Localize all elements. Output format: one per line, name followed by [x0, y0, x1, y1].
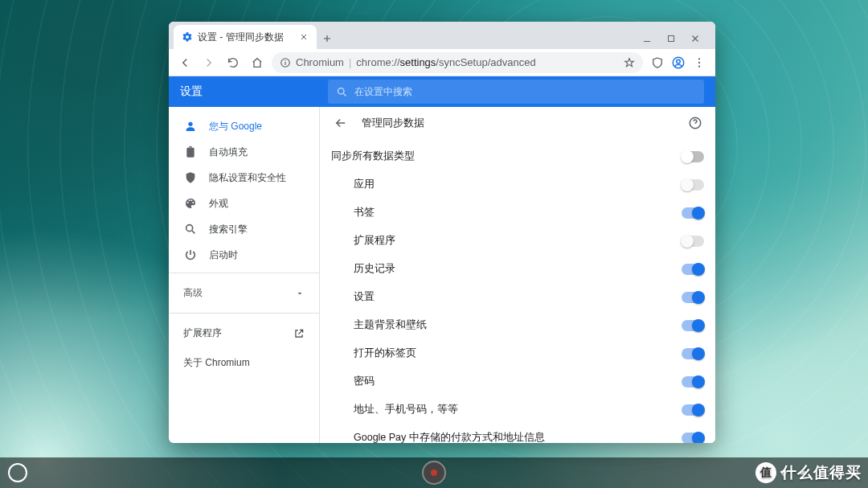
address-bar[interactable]: Chromium | chrome://settings/syncSetup/a…	[272, 52, 643, 73]
row-extensions: 扩展程序	[331, 227, 704, 255]
svg-point-10	[188, 122, 192, 126]
shelf-app-recorder[interactable]	[422, 461, 446, 485]
settings-title: 设置	[180, 84, 203, 99]
sidebar-about[interactable]: 关于 Chromium	[169, 348, 319, 378]
settings-app: 设置 您与 Google 自动填充 隐私设置和安全性	[169, 76, 715, 443]
clipboard-icon	[183, 145, 198, 159]
minimize-button[interactable]	[640, 31, 654, 46]
toggle-history[interactable]	[682, 264, 704, 275]
site-info-icon[interactable]	[280, 57, 291, 68]
row-open-tabs: 打开的标签页	[331, 339, 704, 367]
toggle-open-tabs[interactable]	[682, 348, 704, 359]
svg-point-8	[698, 65, 700, 67]
toggle-bookmarks[interactable]	[682, 207, 704, 219]
sync-rows: 同步所有数据类型 应用 书签 扩展程序	[320, 139, 715, 443]
shield-extension-icon[interactable]	[648, 53, 667, 72]
row-sync-all: 同步所有数据类型	[331, 142, 704, 170]
palette-icon	[183, 196, 198, 211]
toggle-settings[interactable]	[682, 292, 704, 303]
watermark-badge: 值	[755, 462, 776, 483]
home-button[interactable]	[248, 53, 267, 72]
toggle-extensions[interactable]	[682, 236, 704, 247]
close-icon[interactable]	[299, 32, 309, 42]
watermark: 值 什么值得买	[755, 462, 862, 483]
settings-sidebar: 您与 Google 自动填充 隐私设置和安全性 外观 搜索引擎	[169, 107, 320, 443]
watermark-text: 什么值得买	[781, 462, 862, 483]
toggle-apps[interactable]	[682, 179, 704, 191]
sidebar-item-label: 搜索引擎	[209, 223, 248, 236]
menu-button[interactable]	[690, 53, 709, 72]
search-icon	[183, 222, 198, 236]
maximize-button[interactable]	[664, 31, 678, 46]
power-icon	[183, 248, 198, 262]
row-bookmarks: 书签	[331, 199, 704, 227]
sidebar-item-label: 外观	[209, 197, 228, 211]
toggle-addresses[interactable]	[682, 404, 704, 416]
account-icon[interactable]	[669, 53, 688, 72]
row-settings: 设置	[331, 283, 704, 311]
sidebar-item-privacy[interactable]: 隐私设置和安全性	[169, 165, 319, 191]
toggle-google-pay[interactable]	[682, 433, 704, 444]
settings-main: 管理同步数据 同步所有数据类型 应用 书签	[320, 107, 715, 443]
url-path: chrome://settings/syncSetup/advanced	[356, 56, 535, 68]
sidebar-item-label: 隐私设置和安全性	[209, 171, 286, 185]
close-window-button[interactable]	[688, 31, 702, 46]
browser-window: 设置 - 管理同步数据 Chromium | chrome://settings…	[169, 22, 715, 443]
svg-point-9	[338, 88, 345, 94]
open-in-new-icon	[293, 328, 305, 339]
new-tab-button[interactable]	[317, 28, 338, 49]
chevron-down-icon	[295, 289, 305, 298]
svg-point-11	[186, 225, 193, 232]
sidebar-item-label: 自动填充	[209, 146, 248, 159]
window-controls	[640, 31, 710, 49]
svg-rect-3	[285, 59, 285, 60]
row-addresses: 地址、手机号码，等等	[331, 396, 704, 424]
row-history: 历史记录	[331, 255, 704, 283]
row-passwords: 密码	[331, 367, 704, 396]
system-shelf: 拼 11:45	[0, 457, 868, 488]
shield-icon	[183, 170, 198, 185]
sidebar-item-label: 您与 Google	[209, 120, 262, 133]
tab-strip: 设置 - 管理同步数据	[169, 22, 715, 49]
svg-point-6	[698, 58, 700, 59]
sidebar-item-you-and-google[interactable]: 您与 Google	[169, 113, 319, 139]
sidebar-item-on-startup[interactable]: 启动时	[169, 242, 319, 268]
svg-rect-2	[285, 61, 285, 64]
back-button[interactable]	[175, 53, 194, 72]
sidebar-item-search-engine[interactable]: 搜索引擎	[169, 216, 319, 242]
settings-search[interactable]	[328, 80, 704, 104]
forward-button[interactable]	[199, 53, 219, 72]
bookmark-star-icon[interactable]	[624, 57, 635, 68]
sidebar-item-autofill[interactable]: 自动填充	[169, 139, 319, 165]
toggle-sync-all[interactable]	[682, 151, 704, 162]
row-theme: 主题背景和壁纸	[331, 311, 704, 339]
person-icon	[183, 119, 198, 133]
sidebar-advanced[interactable]: 高级	[169, 278, 319, 308]
page-back-button[interactable]	[331, 113, 350, 133]
page-header: 管理同步数据	[320, 107, 715, 139]
toolbar: Chromium | chrome://settings/syncSetup/a…	[169, 49, 715, 76]
settings-body: 您与 Google 自动填充 隐私设置和安全性 外观 搜索引擎	[169, 107, 715, 443]
help-icon[interactable]	[686, 114, 704, 132]
sidebar-extensions[interactable]: 扩展程序	[169, 318, 319, 348]
svg-point-7	[698, 61, 700, 63]
svg-rect-0	[669, 36, 674, 42]
toggle-theme[interactable]	[682, 320, 704, 331]
url-origin: Chromium	[296, 56, 344, 68]
tab-settings[interactable]: 设置 - 管理同步数据	[174, 25, 317, 49]
sidebar-item-label: 启动时	[209, 248, 238, 262]
toggle-passwords[interactable]	[682, 376, 704, 388]
settings-search-input[interactable]	[354, 86, 696, 97]
gear-icon	[182, 31, 193, 43]
tab-title: 设置 - 管理同步数据	[198, 31, 284, 44]
svg-point-5	[677, 59, 681, 64]
settings-header: 设置	[169, 76, 715, 107]
row-apps: 应用	[331, 170, 704, 199]
row-google-pay: Google Pay 中存储的付款方式和地址信息	[331, 424, 704, 443]
search-icon	[336, 86, 348, 98]
page-title: 管理同步数据	[362, 116, 424, 130]
sidebar-item-appearance[interactable]: 外观	[169, 191, 319, 216]
reload-button[interactable]	[223, 53, 243, 72]
launcher-button[interactable]	[8, 463, 27, 482]
